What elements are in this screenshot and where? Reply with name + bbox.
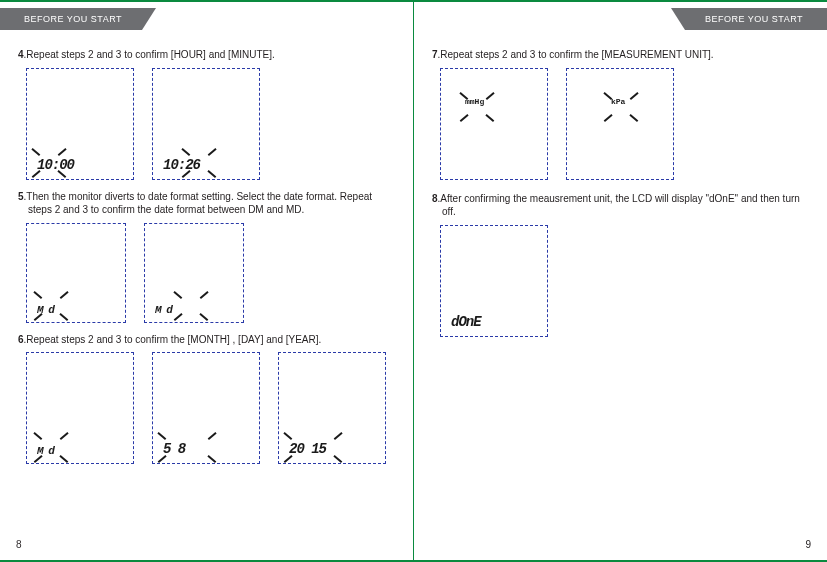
step7-lcd-row: mmHg kPa <box>440 68 809 180</box>
lcd-hour: 10:00 <box>26 68 134 180</box>
step6-lcd-row: M d 5 8 20 15 <box>26 352 395 464</box>
lcd-unit-label: mmHg <box>465 97 484 106</box>
right-content: 7.Repeat steps 2 and 3 to confirm the [M… <box>432 30 809 337</box>
lcd-value: 5 8 <box>163 441 185 457</box>
step-text: .Repeat steps 2 and 3 to confirm [HOUR] … <box>24 49 275 60</box>
page-number-right: 9 <box>805 539 811 550</box>
step4-lcd-row: 10:00 10:26 <box>26 68 395 180</box>
lcd-unit-kpa: kPa <box>566 68 674 180</box>
lcd-value: M d <box>155 304 172 316</box>
left-page: BEFORE YOU START 4.Repeat steps 2 and 3 … <box>0 2 413 560</box>
lcd-value: 10:00 <box>37 157 74 173</box>
section-tab-left: BEFORE YOU START <box>0 8 142 30</box>
step-6: 6.Repeat steps 2 and 3 to confirm the [M… <box>18 333 395 347</box>
lcd-year: 20 15 <box>278 352 386 464</box>
page-number-left: 8 <box>16 539 22 550</box>
lcd-value: M d <box>37 445 54 457</box>
lcd-value: dOnE <box>451 314 481 330</box>
step5-lcd-row: M d M d <box>26 223 395 323</box>
section-tab-right: BEFORE YOU START <box>685 8 827 30</box>
lcd-dateformat-dm: M d <box>26 223 126 323</box>
lcd-value: 10:26 <box>163 157 200 173</box>
lcd-minute: 10:26 <box>152 68 260 180</box>
lcd-unit-mmhg: mmHg <box>440 68 548 180</box>
step-7: 7.Repeat steps 2 and 3 to confirm the [M… <box>432 48 809 62</box>
lcd-day: 5 8 <box>152 352 260 464</box>
left-content: 4.Repeat steps 2 and 3 to confirm [HOUR]… <box>18 30 395 464</box>
step-8: 8.After confirming the meausrement unit,… <box>432 192 809 219</box>
step8-lcd-row: dOnE <box>440 225 809 337</box>
step-text: .Then the monitor diverts to date format… <box>24 191 373 216</box>
step-4: 4.Repeat steps 2 and 3 to confirm [HOUR]… <box>18 48 395 62</box>
blink-ticks-icon <box>173 294 209 318</box>
lcd-done: dOnE <box>440 225 548 337</box>
lcd-dateformat-md: M d <box>144 223 244 323</box>
step-text: .Repeat steps 2 and 3 to confirm the [ME… <box>438 49 714 60</box>
right-page: BEFORE YOU START 7.Repeat steps 2 and 3 … <box>414 2 827 560</box>
lcd-value: 20 15 <box>289 441 326 457</box>
step-5: 5.Then the monitor diverts to date forma… <box>18 190 395 217</box>
step-text: .After confirming the meausrement unit, … <box>438 193 800 218</box>
manual-spread: BEFORE YOU START 4.Repeat steps 2 and 3 … <box>0 0 827 562</box>
lcd-unit-label: kPa <box>611 97 625 106</box>
step-text: .Repeat steps 2 and 3 to confirm the [MO… <box>24 334 322 345</box>
lcd-month: M d <box>26 352 134 464</box>
lcd-value: M d <box>37 304 54 316</box>
